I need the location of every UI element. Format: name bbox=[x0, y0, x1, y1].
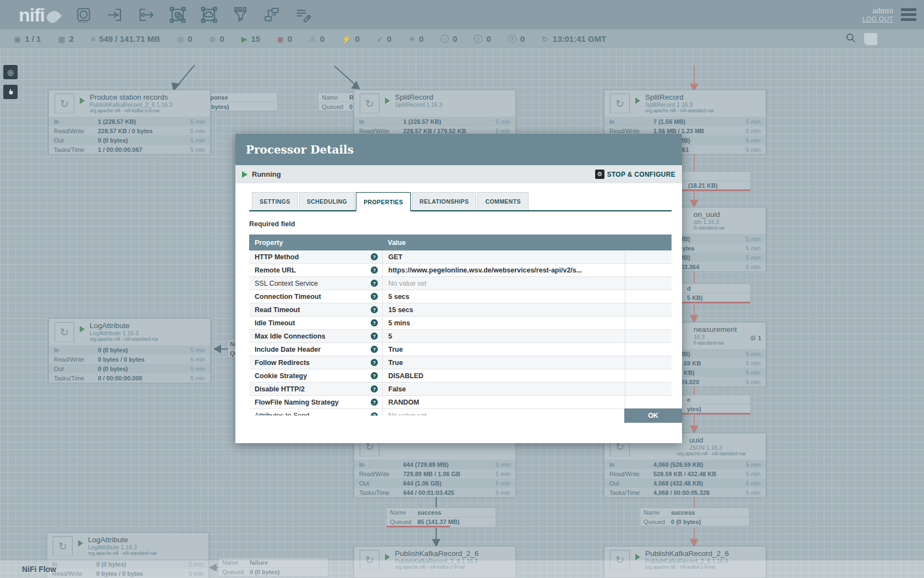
hand-tool-button[interactable] bbox=[3, 85, 18, 99]
help-icon[interactable]: ? bbox=[371, 280, 378, 287]
property-value: https://www.pegelonline.wsv.de/webservic… bbox=[382, 264, 625, 276]
tab-relationships[interactable]: RELATIONSHIPS bbox=[412, 192, 477, 210]
help-icon[interactable]: ? bbox=[371, 399, 378, 406]
help-icon[interactable]: ? bbox=[371, 332, 378, 340]
stat-stopped: ◼0 bbox=[277, 34, 292, 43]
arrow-up-circle-icon: ↑ bbox=[441, 35, 449, 43]
property-value: DISABLED bbox=[382, 369, 625, 382]
funnel-icon[interactable] bbox=[231, 6, 250, 24]
stat-not-transmitting: ⊘0 bbox=[210, 34, 224, 43]
property-value: False bbox=[382, 383, 625, 395]
stop-and-configure-button[interactable]: ⚙ STOP & CONFIGURE bbox=[595, 170, 675, 179]
property-row: Read Timeout? 15 secs bbox=[249, 303, 672, 317]
stat-running: ▶15 bbox=[241, 34, 260, 43]
backpressure-bar bbox=[387, 526, 450, 527]
stat-transmitting: ◎0 bbox=[177, 34, 193, 43]
property-row: Follow Redirects? True bbox=[249, 356, 672, 369]
circle-icon: ◎ bbox=[7, 68, 13, 77]
help-icon[interactable]: ? bbox=[371, 306, 378, 313]
properties-table: Property Value HTTP Method? GET Remote U… bbox=[249, 235, 672, 416]
processor-details-dialog: Processor Details Running ⚙ STOP & CONFI… bbox=[235, 134, 682, 443]
play-icon: ▶ bbox=[241, 35, 248, 43]
status-bar: ▣1 / 1 ▦2 ≡549 / 141.71 MB ◎0 ⊘0 ▶15 ◼0 … bbox=[0, 29, 924, 48]
nifi-app: nifi bbox=[0, 0, 924, 578]
logout-link[interactable]: LOG OUT bbox=[862, 15, 893, 23]
stat-invalid: ⚠0 bbox=[309, 34, 324, 43]
check-icon: ✓ bbox=[377, 35, 383, 43]
property-value: GET bbox=[382, 250, 625, 263]
help-icon[interactable]: ? bbox=[371, 359, 378, 366]
processor-icon[interactable] bbox=[74, 6, 93, 24]
hand-icon bbox=[7, 88, 14, 96]
running-indicator-icon bbox=[80, 97, 85, 104]
connection-label[interactable]: Namesuccess Queued85 (141.37 MB) bbox=[386, 508, 496, 528]
help-icon[interactable]: ? bbox=[371, 266, 378, 274]
stat-disabled: ⚡0 bbox=[342, 34, 360, 43]
remote-process-group-icon[interactable] bbox=[200, 6, 218, 24]
help-icon[interactable]: ? bbox=[371, 372, 378, 379]
stat-stale: ↑0 bbox=[441, 34, 457, 43]
running-indicator-icon bbox=[78, 540, 83, 547]
global-menu-icon[interactable] bbox=[901, 8, 916, 21]
output-port-icon[interactable] bbox=[137, 6, 156, 24]
clipped-property-row: Attributes to Send? No value set bbox=[249, 409, 672, 416]
bulletin-panel-button[interactable] bbox=[864, 33, 877, 45]
processor-logattribute-mid[interactable]: ↻ LogAttribute LogAttribute 1.16.3 org.a… bbox=[48, 318, 211, 382]
top-bar: nifi bbox=[0, 0, 924, 29]
stat-sync-failure: ?0 bbox=[508, 34, 525, 43]
help-icon[interactable]: ? bbox=[371, 385, 378, 392]
running-state-label: Running bbox=[252, 170, 281, 178]
template-icon[interactable] bbox=[262, 6, 281, 24]
tab-properties[interactable]: PROPERTIES bbox=[356, 192, 411, 211]
dialog-header: Processor Details bbox=[235, 134, 682, 165]
thread-grid-icon: ▦ bbox=[58, 35, 65, 43]
record-circle-button[interactable]: ◎ bbox=[3, 65, 18, 79]
process-group-icon[interactable] bbox=[168, 6, 187, 24]
not-transmitting-icon: ⊘ bbox=[210, 35, 216, 43]
stat-locally-modified-stale: !0 bbox=[474, 34, 491, 43]
exclamation-circle-icon: ! bbox=[474, 35, 482, 43]
help-icon[interactable]: ? bbox=[371, 412, 378, 416]
running-indicator-icon bbox=[385, 554, 390, 560]
processor-type-icon: ↻ bbox=[360, 94, 380, 113]
tab-comments[interactable]: COMMENTS bbox=[477, 192, 528, 210]
refresh-icon[interactable]: ↻ bbox=[542, 35, 548, 43]
connection-label[interactable]: Namesuccess Queued0 (0 bytes) bbox=[640, 508, 750, 526]
help-icon[interactable]: ? bbox=[371, 253, 378, 260]
property-row: Idle Timeout? 5 mins bbox=[249, 317, 672, 330]
required-field-note: Required field bbox=[249, 220, 672, 228]
property-row: FlowFile Naming Strategy? RANDOM bbox=[249, 396, 672, 409]
running-indicator-icon bbox=[635, 554, 640, 560]
nifi-logo-text: nifi bbox=[19, 6, 45, 24]
breadcrumb[interactable]: NiFi Flow bbox=[22, 565, 56, 574]
cubes-icon: ▣ bbox=[14, 35, 21, 43]
help-icon[interactable]: ? bbox=[371, 293, 378, 300]
help-icon[interactable]: ? bbox=[371, 319, 378, 326]
current-user: admin bbox=[862, 6, 893, 15]
bolt-slash-icon: ⚡ bbox=[342, 35, 351, 43]
processor-type-icon: ↻ bbox=[610, 94, 630, 113]
running-indicator-icon bbox=[80, 326, 85, 332]
value-column-header: Value bbox=[382, 239, 625, 247]
processor-produce-station-records[interactable]: ↻ Produce station records PublishKafkaRe… bbox=[48, 90, 211, 154]
property-row: Remote URL? https://www.pegelonline.wsv.… bbox=[249, 264, 672, 277]
property-row: Cookie Strategy? DISABLED bbox=[249, 369, 672, 383]
input-port-icon[interactable] bbox=[106, 6, 124, 24]
help-icon[interactable]: ? bbox=[371, 346, 378, 353]
warning-icon: ⚠ bbox=[309, 35, 316, 43]
ok-button[interactable]: OK bbox=[624, 408, 682, 423]
label-icon[interactable] bbox=[294, 6, 312, 24]
processor-type-icon: ↻ bbox=[53, 536, 73, 556]
property-value: RANDOM bbox=[382, 396, 625, 408]
dialog-title: Processor Details bbox=[246, 143, 354, 156]
tab-scheduling[interactable]: SCHEDULING bbox=[299, 192, 355, 210]
tab-settings[interactable]: SETTINGS bbox=[252, 192, 298, 210]
search-icon[interactable] bbox=[845, 32, 856, 45]
stop-icon: ◼ bbox=[277, 35, 284, 43]
processor-type-icon: ↻ bbox=[54, 94, 74, 113]
asterisk-icon: ✳ bbox=[409, 35, 415, 43]
breadcrumb-bar: NiFi Flow bbox=[0, 560, 924, 578]
property-row: Max Idle Connections? 5 bbox=[249, 330, 672, 343]
dialog-status-bar: Running ⚙ STOP & CONFIGURE bbox=[235, 165, 682, 183]
stat-connected-nodes: ▣1 / 1 bbox=[14, 34, 41, 43]
